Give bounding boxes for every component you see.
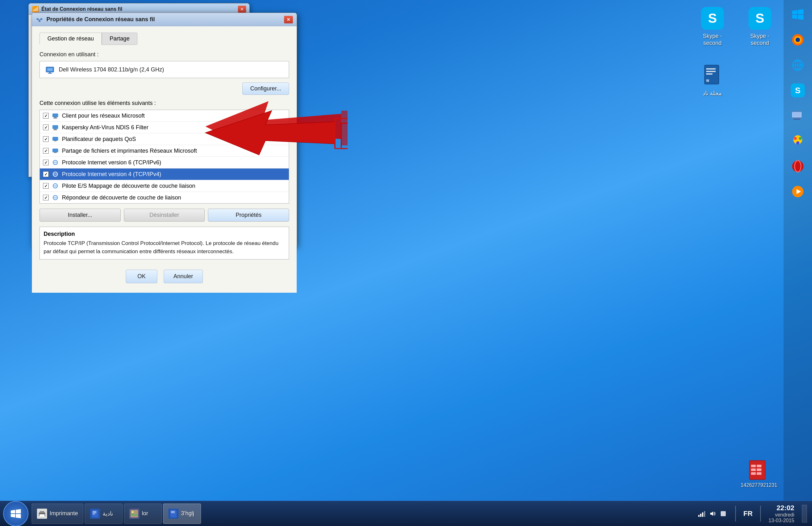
action-buttons: Installer... Désinstaller Propriétés [40, 209, 289, 222]
checkbox-7[interactable] [43, 183, 49, 189]
description-box: Description Protocole TCP/IP (Transmissi… [40, 227, 289, 259]
speaker-icon [708, 509, 717, 518]
checkbox-3[interactable] [43, 136, 49, 142]
nadie-taskbar-icon [90, 509, 100, 519]
component-item-3[interactable]: Planificateur de paquets QoS [40, 133, 289, 145]
start-button[interactable] [3, 501, 28, 526]
component-item-2[interactable]: Kaspersky Anti-Virus NDIS 6 Filter [40, 122, 289, 133]
svg-rect-56 [793, 113, 801, 117]
skype1-icon: S [701, 7, 724, 30]
desinstaller-button[interactable]: Désinstaller [124, 209, 205, 222]
device-icon [45, 65, 55, 75]
dialog-content: Gestion de réseau Partage Connexion en u… [32, 26, 297, 293]
svg-rect-6 [47, 68, 53, 71]
component-item-5[interactable]: Protocole Internet version 6 (TCP/IPv6) [40, 157, 289, 169]
taskbar-item-nadie[interactable]: نادية [85, 503, 122, 524]
checkbox-5[interactable] [43, 160, 49, 165]
component-item-6[interactable]: Protocole Internet version 4 (TCP/IPv4) [40, 169, 289, 180]
clock-time: 22:02 [777, 504, 794, 512]
taskbar-item-lor[interactable]: lor [124, 503, 162, 524]
ok-button[interactable]: OK [126, 270, 157, 283]
svg-rect-79 [698, 515, 699, 517]
component-item-8[interactable]: Répondeur de découverte de couche de lia… [40, 192, 289, 203]
file-icon-area[interactable]: 1426277921231 [741, 459, 777, 488]
checkbox-8[interactable] [43, 195, 49, 200]
svg-rect-35 [706, 71, 716, 72]
network-icon [36, 16, 43, 24]
sidebar-icon-opera[interactable] [786, 155, 809, 177]
components-list: Client pour les réseaux Microsoft Kasper… [40, 110, 289, 203]
sidebar-icon-firefox[interactable] [786, 28, 809, 51]
sidebar-icon-paint[interactable] [786, 130, 809, 152]
desktop-icon-doc[interactable]: W مجلة ناد [692, 60, 733, 100]
taskbar-item-imprimante[interactable]: Imprimante [32, 503, 83, 524]
desktop-icon-skype2[interactable]: S Skype - second [739, 3, 780, 49]
tab-gestion[interactable]: Gestion de réseau [40, 32, 102, 45]
windows-icon [790, 7, 806, 22]
bg-window-close-button[interactable]: ✕ [238, 6, 246, 13]
main-dialog: Propriétés de Connexion réseau sans fil … [32, 13, 297, 246]
configure-button[interactable]: Configurer... [242, 83, 289, 95]
skype1-label: Skype - second [695, 33, 730, 46]
svg-rect-76 [170, 510, 177, 517]
sidebar-icon-skype[interactable]: S [786, 79, 809, 102]
checkbox-2[interactable] [43, 125, 49, 130]
svg-marker-83 [710, 511, 713, 516]
component-item-7[interactable]: Pilote E/S Mappage de découverte de couc… [40, 180, 289, 192]
checkbox-1[interactable] [43, 113, 49, 118]
file-icon [748, 459, 770, 481]
pilote-icon [52, 182, 59, 189]
taskbar: Imprimante نادية [0, 501, 812, 526]
svg-rect-15 [53, 137, 58, 141]
description-text: Protocole TCP/IP (Transmission Control P… [44, 239, 285, 255]
svg-rect-34 [706, 68, 716, 70]
hglj-taskbar-icon [169, 509, 178, 519]
svg-rect-14 [54, 130, 57, 130]
svg-rect-43 [757, 468, 762, 471]
svg-rect-71 [92, 512, 96, 513]
svg-rect-81 [702, 512, 703, 517]
annuler-button[interactable]: Annuler [164, 270, 203, 283]
checkbox-6[interactable] [43, 171, 49, 177]
tab-partage[interactable]: Partage [102, 32, 137, 45]
dialog-close-button[interactable]: ✕ [284, 16, 293, 24]
svg-rect-18 [54, 152, 57, 153]
taskbar-right: FR 22:02 vendredi 13-03-2015 [692, 504, 812, 524]
desktop: 📶 État de Connexion réseau sans fil ✕ Pr… [0, 0, 812, 526]
sidebar-icon-remote[interactable] [786, 104, 809, 127]
taskbar-item-hglj[interactable]: 3'hglj [163, 503, 201, 524]
language-indicator[interactable]: FR [743, 510, 753, 518]
svg-rect-68 [40, 514, 45, 516]
desktop-icon-skype1[interactable]: S Skype - second [692, 3, 733, 49]
partage-icon [52, 147, 59, 154]
svg-point-62 [792, 160, 803, 172]
signal-icon [697, 509, 706, 518]
sidebar-icon-network[interactable] [786, 54, 809, 76]
repondeur-icon [52, 194, 59, 201]
remote-icon [790, 108, 806, 123]
right-sidebar: S [784, 0, 812, 501]
sidebar-icon-media[interactable] [786, 180, 809, 203]
svg-point-60 [796, 141, 799, 144]
system-clock[interactable]: 22:02 vendredi 13-03-2015 [768, 504, 794, 524]
show-desktop-button[interactable] [802, 505, 807, 523]
svg-rect-8 [48, 73, 52, 74]
sidebar-icon-windows[interactable] [786, 3, 809, 26]
desktop-icons-area: S Skype - second S Skype - second [692, 3, 780, 100]
printer-taskbar-icon [37, 509, 47, 519]
doc-icon: W [703, 65, 722, 87]
file-label: 1426277921231 [741, 482, 777, 488]
component-item-1[interactable]: Client pour les réseaux Microsoft [40, 110, 289, 122]
proprietes-button[interactable]: Propriétés [208, 209, 289, 222]
checkbox-4[interactable] [43, 148, 49, 154]
svg-rect-17 [53, 148, 58, 152]
taskbar-items: Imprimante نادية [28, 501, 692, 526]
installer-button[interactable]: Installer... [40, 209, 121, 222]
svg-rect-0 [39, 20, 41, 22]
component-item-4[interactable]: Partage de fichiers et imprimantes Résea… [40, 145, 289, 157]
dialog-title-text: Propriétés de Connexion réseau sans fil [46, 16, 155, 23]
network-sidebar-icon [790, 58, 806, 73]
qos-icon [52, 136, 59, 143]
bg-window-title: État de Connexion réseau sans fil [41, 6, 122, 12]
svg-point-74 [132, 511, 134, 513]
